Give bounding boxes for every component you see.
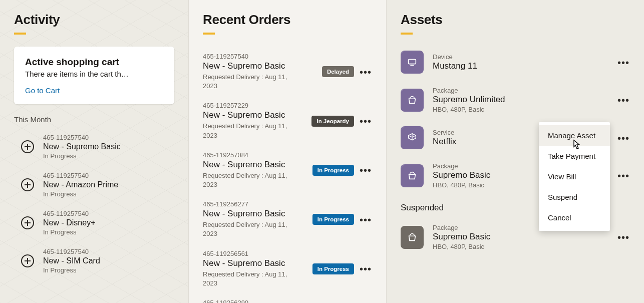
service-icon bbox=[401, 126, 424, 149]
status-badge: Delayed bbox=[322, 66, 354, 77]
go-to-cart-link[interactable]: Go to Cart bbox=[25, 86, 60, 95]
activity-item[interactable]: 465-119257540 New - SIM Card In Progress bbox=[14, 243, 174, 281]
package-icon bbox=[401, 89, 424, 112]
status-badge: In Jeopardy bbox=[311, 116, 354, 127]
order-number: 465-119256277 bbox=[203, 200, 307, 208]
assets-title: Assets bbox=[401, 12, 630, 28]
cart-title: Active shopping cart bbox=[25, 57, 163, 68]
activity-title-text: New - Amazon Prime bbox=[43, 180, 118, 189]
activity-title: Activity bbox=[14, 12, 174, 28]
activity-item[interactable]: 465-119257540 New - Supremo Basic In Pro… bbox=[14, 129, 174, 167]
asset-item: Package Supremo Unlimited HBO, 480P, Bas… bbox=[401, 83, 630, 122]
activity-title-text: New - SIM Card bbox=[43, 256, 100, 265]
activity-item[interactable]: 465-119257540 New - Disney+ In Progress bbox=[14, 205, 174, 243]
status-badge: In Progress bbox=[312, 214, 354, 225]
menu-item-take-payment[interactable]: Take Payment bbox=[539, 146, 610, 166]
more-icon[interactable]: ••• bbox=[617, 56, 630, 69]
order-item: 465-119256277 New - Supremo Basic Reques… bbox=[203, 194, 372, 243]
order-number: 465-119257229 bbox=[203, 102, 306, 109]
order-title: New - Supremo Basic bbox=[203, 110, 306, 120]
order-number: 465-119256561 bbox=[203, 250, 307, 257]
activity-status: In Progress bbox=[43, 152, 121, 160]
order-item: 465-119257229 New - Supremo Basic Reques… bbox=[203, 96, 372, 145]
asset-type: Package bbox=[433, 87, 608, 94]
assets-column: Assets Device Mustang 11 ••• Package Sup… bbox=[387, 0, 644, 303]
more-icon[interactable]: ••• bbox=[359, 115, 372, 127]
activity-number: 465-119257540 bbox=[43, 210, 95, 217]
order-item: 465-119256290 bbox=[203, 293, 372, 303]
activity-status: In Progress bbox=[43, 190, 118, 198]
activity-title-text: New - Supremo Basic bbox=[43, 142, 121, 151]
asset-sub: HBO, 480P, Basic bbox=[433, 106, 608, 113]
order-title: New - Supremo Basic bbox=[203, 209, 307, 219]
menu-item-suspend[interactable]: Suspend bbox=[539, 187, 610, 207]
plus-circle-icon bbox=[21, 216, 34, 229]
order-number: 465-119257540 bbox=[203, 53, 317, 60]
order-number: 465-119257084 bbox=[203, 151, 307, 159]
more-icon[interactable]: ••• bbox=[359, 262, 372, 275]
more-icon[interactable]: ••• bbox=[617, 132, 630, 144]
asset-name: Mustang 11 bbox=[433, 61, 608, 71]
activity-number: 465-119257540 bbox=[43, 248, 100, 255]
title-underline bbox=[203, 33, 215, 35]
asset-context-menu: Manage AssetTake PaymentView BillSuspend… bbox=[539, 122, 610, 231]
menu-item-view-bill[interactable]: View Bill bbox=[539, 166, 610, 187]
order-item: 465-119257084 New - Supremo Basic Reques… bbox=[203, 145, 372, 194]
asset-item: Device Mustang 11 ••• bbox=[401, 47, 630, 83]
more-icon[interactable]: ••• bbox=[617, 169, 630, 182]
orders-title: Recent Orders bbox=[203, 12, 372, 28]
more-icon[interactable]: ••• bbox=[617, 94, 630, 106]
activity-group-label: This Month bbox=[14, 115, 174, 124]
cart-subtitle: There are items in the cart th… bbox=[25, 70, 163, 78]
activity-status: In Progress bbox=[43, 228, 95, 236]
activity-number: 465-119257540 bbox=[43, 172, 118, 179]
order-title: New - Supremo Basic bbox=[203, 258, 307, 268]
title-underline bbox=[14, 33, 26, 35]
more-icon[interactable]: ••• bbox=[359, 66, 372, 78]
activity-title-text: New - Disney+ bbox=[43, 218, 95, 227]
activity-status: In Progress bbox=[43, 266, 100, 274]
more-icon[interactable]: ••• bbox=[359, 213, 372, 226]
orders-column: Recent Orders 465-119257540 New - Suprem… bbox=[188, 0, 387, 303]
asset-type: Device bbox=[433, 53, 608, 61]
menu-item-cancel[interactable]: Cancel bbox=[539, 207, 610, 228]
order-subtitle: Requested Delivery : Aug 11, 2023 bbox=[203, 270, 288, 288]
more-icon[interactable]: ••• bbox=[359, 164, 372, 176]
asset-sub: HBO, 480P, Basic bbox=[433, 243, 608, 250]
activity-list: 465-119257540 New - Supremo Basic In Pro… bbox=[14, 129, 174, 281]
package-icon bbox=[401, 164, 424, 187]
orders-list: 465-119257540 New - Supremo Basic Reques… bbox=[203, 47, 372, 303]
order-title: New - Supremo Basic bbox=[203, 160, 307, 170]
order-subtitle: Requested Delivery : Aug 11, 2023 bbox=[203, 122, 288, 140]
svg-rect-0 bbox=[409, 60, 416, 64]
asset-name: Supremo Basic bbox=[433, 232, 608, 242]
order-number: 465-119256290 bbox=[203, 299, 372, 303]
activity-number: 465-119257540 bbox=[43, 134, 121, 141]
status-badge: In Progress bbox=[312, 165, 354, 176]
order-title: New - Supremo Basic bbox=[203, 61, 317, 71]
plus-circle-icon bbox=[21, 178, 34, 191]
order-item: 465-119256561 New - Supremo Basic Reques… bbox=[203, 244, 372, 293]
plus-circle-icon bbox=[21, 254, 34, 267]
order-subtitle: Requested Delivery : Aug 11, 2023 bbox=[203, 171, 288, 189]
device-icon bbox=[401, 51, 424, 74]
asset-name: Supremo Unlimited bbox=[433, 95, 608, 105]
active-cart-card: Active shopping cart There are items in … bbox=[14, 47, 174, 104]
plus-circle-icon bbox=[21, 140, 34, 153]
activity-item[interactable]: 465-119257540 New - Amazon Prime In Prog… bbox=[14, 167, 174, 205]
svg-rect-1 bbox=[410, 65, 414, 66]
title-underline bbox=[401, 33, 413, 35]
package-icon bbox=[401, 226, 424, 249]
status-badge: In Progress bbox=[312, 263, 354, 274]
menu-item-manage-asset[interactable]: Manage Asset bbox=[539, 125, 610, 146]
activity-column: Activity Active shopping cart There are … bbox=[0, 0, 188, 303]
order-item: 465-119257540 New - Supremo Basic Reques… bbox=[203, 47, 372, 96]
order-subtitle: Requested Delivery : Aug 11, 2023 bbox=[203, 73, 288, 91]
more-icon[interactable]: ••• bbox=[617, 231, 630, 243]
order-subtitle: Requested Delivery : Aug 11, 2023 bbox=[203, 220, 288, 238]
